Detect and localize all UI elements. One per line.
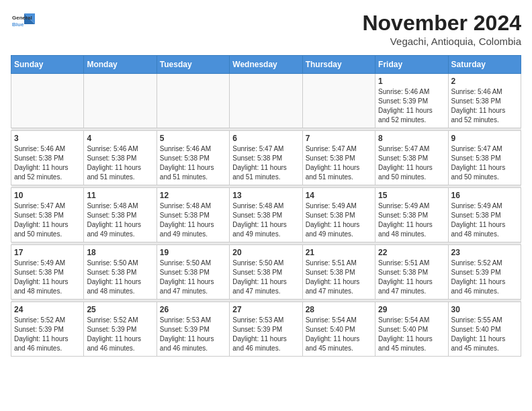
page-header: General Blue November 2024 Vegachi, Anti…	[11, 11, 521, 47]
day-number: 8	[378, 134, 445, 143]
day-cell: 8Sunrise: 5:47 AM Sunset: 5:38 PM Daylig…	[375, 131, 448, 185]
day-cell: 17Sunrise: 5:49 AM Sunset: 5:38 PM Dayli…	[11, 245, 84, 300]
day-info: Sunrise: 5:47 AM Sunset: 5:38 PM Dayligh…	[306, 144, 372, 182]
col-monday: Monday	[84, 56, 157, 74]
day-info: Sunrise: 5:53 AM Sunset: 5:39 PM Dayligh…	[160, 316, 226, 353]
day-number: 2	[451, 77, 518, 86]
day-info: Sunrise: 5:48 AM Sunset: 5:38 PM Dayligh…	[160, 201, 226, 239]
day-number: 6	[232, 134, 299, 143]
day-info: Sunrise: 5:46 AM Sunset: 5:38 PM Dayligh…	[87, 144, 153, 182]
day-info: Sunrise: 5:48 AM Sunset: 5:38 PM Dayligh…	[232, 201, 299, 239]
day-number: 16	[451, 191, 518, 200]
day-number: 23	[451, 248, 518, 257]
day-number: 25	[87, 305, 153, 314]
day-info: Sunrise: 5:47 AM Sunset: 5:38 PM Dayligh…	[14, 201, 81, 239]
col-sunday: Sunday	[11, 56, 84, 74]
day-cell: 27Sunrise: 5:53 AM Sunset: 5:39 PM Dayli…	[230, 302, 302, 357]
day-info: Sunrise: 5:52 AM Sunset: 5:39 PM Dayligh…	[87, 316, 153, 353]
svg-text:Blue: Blue	[12, 21, 24, 28]
day-cell: 15Sunrise: 5:49 AM Sunset: 5:38 PM Dayli…	[375, 188, 448, 242]
day-info: Sunrise: 5:50 AM Sunset: 5:38 PM Dayligh…	[160, 259, 226, 296]
day-number: 26	[160, 305, 226, 314]
day-cell: 26Sunrise: 5:53 AM Sunset: 5:39 PM Dayli…	[157, 302, 229, 357]
day-number: 5	[160, 134, 226, 143]
day-info: Sunrise: 5:53 AM Sunset: 5:39 PM Dayligh…	[232, 316, 299, 353]
day-info: Sunrise: 5:47 AM Sunset: 5:38 PM Dayligh…	[451, 144, 518, 182]
day-info: Sunrise: 5:46 AM Sunset: 5:39 PM Dayligh…	[378, 87, 445, 125]
day-cell: 11Sunrise: 5:48 AM Sunset: 5:38 PM Dayli…	[84, 188, 157, 242]
day-info: Sunrise: 5:49 AM Sunset: 5:38 PM Dayligh…	[451, 201, 518, 239]
week-row-1: 1Sunrise: 5:46 AM Sunset: 5:39 PM Daylig…	[11, 74, 521, 128]
day-cell: 19Sunrise: 5:50 AM Sunset: 5:38 PM Dayli…	[157, 245, 229, 300]
day-cell: 29Sunrise: 5:54 AM Sunset: 5:40 PM Dayli…	[375, 302, 448, 357]
col-saturday: Saturday	[448, 56, 521, 74]
day-number: 17	[14, 248, 81, 257]
day-cell: 24Sunrise: 5:52 AM Sunset: 5:39 PM Dayli…	[11, 302, 84, 357]
day-number: 7	[306, 134, 372, 143]
day-number: 12	[160, 191, 226, 200]
day-number: 10	[14, 191, 81, 200]
day-cell: 20Sunrise: 5:50 AM Sunset: 5:38 PM Dayli…	[230, 245, 302, 300]
logo: General Blue	[11, 11, 35, 31]
day-info: Sunrise: 5:55 AM Sunset: 5:40 PM Dayligh…	[451, 316, 518, 353]
day-cell: 9Sunrise: 5:47 AM Sunset: 5:38 PM Daylig…	[448, 131, 521, 185]
day-number: 30	[451, 305, 518, 314]
day-cell: 28Sunrise: 5:54 AM Sunset: 5:40 PM Dayli…	[302, 302, 375, 357]
day-cell: 23Sunrise: 5:52 AM Sunset: 5:39 PM Dayli…	[448, 245, 521, 300]
location: Vegachi, Antioquia, Colombia	[362, 36, 521, 47]
day-info: Sunrise: 5:47 AM Sunset: 5:38 PM Dayligh…	[232, 144, 299, 182]
day-info: Sunrise: 5:52 AM Sunset: 5:39 PM Dayligh…	[14, 316, 81, 353]
day-info: Sunrise: 5:49 AM Sunset: 5:38 PM Dayligh…	[306, 201, 372, 239]
day-info: Sunrise: 5:51 AM Sunset: 5:38 PM Dayligh…	[378, 259, 445, 296]
day-number: 13	[232, 191, 299, 200]
day-number: 3	[14, 134, 81, 143]
week-row-4: 17Sunrise: 5:49 AM Sunset: 5:38 PM Dayli…	[11, 245, 521, 300]
title-block: November 2024 Vegachi, Antioquia, Colomb…	[362, 11, 521, 47]
svg-rect-3	[11, 11, 24, 31]
col-tuesday: Tuesday	[157, 56, 229, 74]
week-row-2: 3Sunrise: 5:46 AM Sunset: 5:38 PM Daylig…	[11, 131, 521, 185]
day-cell	[84, 74, 157, 128]
day-info: Sunrise: 5:51 AM Sunset: 5:38 PM Dayligh…	[306, 259, 372, 296]
day-cell: 21Sunrise: 5:51 AM Sunset: 5:38 PM Dayli…	[302, 245, 375, 300]
day-number: 28	[306, 305, 372, 314]
day-number: 19	[160, 248, 226, 257]
day-info: Sunrise: 5:49 AM Sunset: 5:38 PM Dayligh…	[14, 259, 81, 296]
day-cell: 16Sunrise: 5:49 AM Sunset: 5:38 PM Dayli…	[448, 188, 521, 242]
day-number: 18	[87, 248, 153, 257]
day-info: Sunrise: 5:46 AM Sunset: 5:38 PM Dayligh…	[14, 144, 81, 182]
day-number: 24	[14, 305, 81, 314]
day-cell: 25Sunrise: 5:52 AM Sunset: 5:39 PM Dayli…	[84, 302, 157, 357]
col-friday: Friday	[375, 56, 448, 74]
day-info: Sunrise: 5:49 AM Sunset: 5:38 PM Dayligh…	[378, 201, 445, 239]
day-info: Sunrise: 5:50 AM Sunset: 5:38 PM Dayligh…	[87, 259, 153, 296]
day-info: Sunrise: 5:47 AM Sunset: 5:38 PM Dayligh…	[378, 144, 445, 182]
day-cell: 12Sunrise: 5:48 AM Sunset: 5:38 PM Dayli…	[157, 188, 229, 242]
calendar-header-row: Sunday Monday Tuesday Wednesday Thursday…	[11, 56, 521, 74]
day-cell: 7Sunrise: 5:47 AM Sunset: 5:38 PM Daylig…	[302, 131, 375, 185]
day-info: Sunrise: 5:54 AM Sunset: 5:40 PM Dayligh…	[378, 316, 445, 353]
day-cell: 13Sunrise: 5:48 AM Sunset: 5:38 PM Dayli…	[230, 188, 302, 242]
day-cell: 2Sunrise: 5:46 AM Sunset: 5:38 PM Daylig…	[448, 74, 521, 128]
day-number: 14	[306, 191, 372, 200]
month-title: November 2024	[362, 11, 521, 36]
day-cell: 1Sunrise: 5:46 AM Sunset: 5:39 PM Daylig…	[375, 74, 448, 128]
day-number: 1	[378, 77, 445, 86]
calendar-table: Sunday Monday Tuesday Wednesday Thursday…	[11, 55, 521, 357]
col-wednesday: Wednesday	[230, 56, 302, 74]
svg-text:General: General	[12, 15, 32, 21]
day-cell: 14Sunrise: 5:49 AM Sunset: 5:38 PM Dayli…	[302, 188, 375, 242]
day-cell	[230, 74, 302, 128]
day-number: 15	[378, 191, 445, 200]
week-row-5: 24Sunrise: 5:52 AM Sunset: 5:39 PM Dayli…	[11, 302, 521, 357]
day-number: 21	[306, 248, 372, 257]
day-info: Sunrise: 5:46 AM Sunset: 5:38 PM Dayligh…	[451, 87, 518, 125]
week-row-3: 10Sunrise: 5:47 AM Sunset: 5:38 PM Dayli…	[11, 188, 521, 242]
day-cell: 30Sunrise: 5:55 AM Sunset: 5:40 PM Dayli…	[448, 302, 521, 357]
day-cell	[302, 74, 375, 128]
day-number: 9	[451, 134, 518, 143]
day-info: Sunrise: 5:54 AM Sunset: 5:40 PM Dayligh…	[306, 316, 372, 353]
day-info: Sunrise: 5:48 AM Sunset: 5:38 PM Dayligh…	[87, 201, 153, 239]
day-number: 22	[378, 248, 445, 257]
day-cell	[157, 74, 229, 128]
